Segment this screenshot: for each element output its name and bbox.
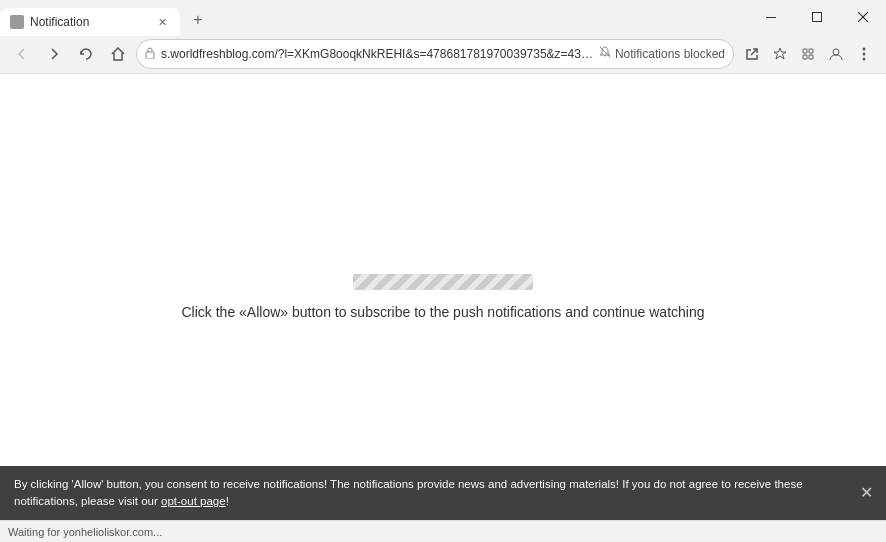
menu-button[interactable] [850, 40, 878, 68]
notifications-blocked[interactable]: Notifications blocked [599, 46, 725, 62]
window-controls [748, 0, 886, 34]
svg-rect-0 [766, 17, 776, 18]
address-bar[interactable]: s.worldfreshblog.com/?l=XKmG8ooqkNkREHI&… [136, 39, 734, 69]
share-button[interactable] [738, 40, 766, 68]
address-text: s.worldfreshblog.com/?l=XKmG8ooqkNkREHI&… [161, 47, 593, 61]
title-bar: Notification ✕ + [0, 0, 886, 34]
page-message: Click the «Allow» button to subscribe to… [182, 304, 705, 320]
new-tab-button[interactable]: + [184, 6, 212, 34]
page-content: Click the «Allow» button to subscribe to… [0, 74, 886, 520]
svg-rect-10 [809, 55, 813, 59]
svg-line-6 [751, 49, 757, 55]
nav-bar: s.worldfreshblog.com/?l=XKmG8ooqkNkREHI&… [0, 34, 886, 74]
extensions-button[interactable] [794, 40, 822, 68]
bell-blocked-icon [599, 46, 611, 62]
svg-rect-1 [813, 13, 822, 22]
favorites-button[interactable] [766, 40, 794, 68]
lock-icon [145, 47, 155, 61]
status-text: Waiting for yonhelioliskor.com... [8, 526, 162, 538]
opt-out-link[interactable]: opt-out page [161, 495, 226, 507]
svg-rect-9 [803, 55, 807, 59]
close-window-button[interactable] [840, 0, 886, 34]
notifications-blocked-label: Notifications blocked [615, 47, 725, 61]
tab-title: Notification [30, 15, 148, 29]
notification-text-after: ! [226, 495, 229, 507]
active-tab[interactable]: Notification ✕ [0, 8, 180, 36]
forward-button[interactable] [40, 40, 68, 68]
back-button[interactable] [8, 40, 36, 68]
toolbar-icons [738, 40, 878, 68]
reload-button[interactable] [72, 40, 100, 68]
svg-point-14 [863, 57, 866, 60]
svg-rect-8 [809, 49, 813, 53]
minimize-button[interactable] [748, 0, 794, 34]
home-button[interactable] [104, 40, 132, 68]
notification-banner: By clicking 'Allow' button, you consent … [0, 466, 886, 521]
profile-button[interactable] [822, 40, 850, 68]
svg-rect-4 [146, 52, 154, 59]
tab-strip: Notification ✕ + [0, 0, 748, 34]
tab-favicon [10, 15, 24, 29]
svg-point-13 [863, 52, 866, 55]
svg-rect-7 [803, 49, 807, 53]
svg-point-12 [863, 47, 866, 50]
svg-point-11 [833, 49, 839, 55]
status-bar: Waiting for yonhelioliskor.com... [0, 520, 886, 542]
maximize-button[interactable] [794, 0, 840, 34]
notification-close-button[interactable]: ✕ [856, 483, 876, 503]
progress-bar [353, 274, 533, 290]
notification-text: By clicking 'Allow' button, you consent … [14, 478, 803, 507]
tab-close-button[interactable]: ✕ [154, 14, 170, 30]
